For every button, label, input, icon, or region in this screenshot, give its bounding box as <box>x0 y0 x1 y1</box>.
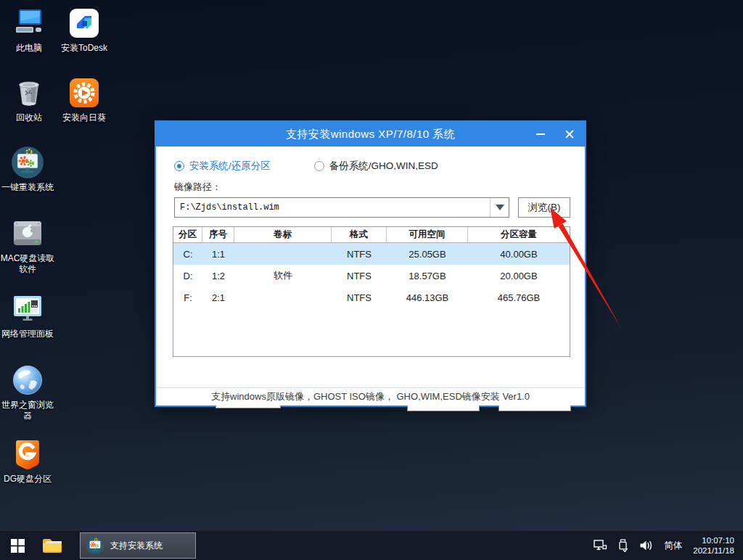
desktop-icon-mac-disk[interactable]: MAC硬盘读取软件 <box>0 216 55 275</box>
folder-icon <box>42 538 62 554</box>
clock-date: 2021/11/18 <box>693 545 734 556</box>
usb-icon[interactable] <box>618 539 628 552</box>
cell-partition: D: <box>173 265 202 287</box>
sunlogin-icon <box>67 75 102 110</box>
network-icon[interactable] <box>594 540 607 551</box>
desktop-icon-label: MAC硬盘读取软件 <box>0 253 55 275</box>
radio-label: 备份系统/GHO,WIN,ESD <box>329 160 438 173</box>
desktop-icon-label: 回收站 <box>16 112 42 123</box>
column-header[interactable]: 分区容量 <box>468 227 570 242</box>
clock-time: 10:07:10 <box>693 535 734 545</box>
taskbar-item-label: 支持安装系统 <box>110 540 163 552</box>
dialog-title: 支持安装windows XP/7/8/10 系统 <box>286 128 456 141</box>
cell-volume: 软件 <box>234 265 332 287</box>
table-row-c[interactable]: C: 1:1 NTFS 25.05GB 40.00GB <box>173 243 570 265</box>
network-panel-icon <box>10 292 45 326</box>
column-header[interactable]: 格式 <box>332 227 387 242</box>
close-icon <box>565 130 574 139</box>
table-header-row: 分区 序号 卷标 格式 可用空间 分区容量 <box>173 227 570 243</box>
image-path-label: 镜像路径： <box>174 181 221 194</box>
image-path-value: F:\Zjds\install.wim <box>175 202 490 213</box>
cell-capacity: 465.76GB <box>468 287 570 308</box>
column-header[interactable]: 序号 <box>202 227 234 242</box>
minimize-button[interactable] <box>531 125 550 144</box>
partition-table: 分区 序号 卷标 格式 可用空间 分区容量 C: 1:1 NTFS 25.05G… <box>173 226 570 357</box>
taskbar: 支持安装系统 <box>0 531 743 560</box>
taskbar-clock[interactable]: 10:07:10 2021/11/18 <box>693 535 734 556</box>
system-tray: 简体 10:07:10 2021/11/18 <box>594 535 743 556</box>
reinstall-system-icon <box>10 145 45 180</box>
cell-format: NTFS <box>332 265 387 287</box>
file-explorer-button[interactable] <box>35 531 68 560</box>
desktop-icon-todesk[interactable]: 安装ToDesk <box>57 6 112 54</box>
world-browser-icon <box>10 363 45 398</box>
desktop-icon-this-pc[interactable]: 此电脑 <box>1 6 57 54</box>
cell-index: 2:1 <box>202 287 234 308</box>
cell-format: NTFS <box>332 287 387 308</box>
minimize-icon <box>536 133 545 135</box>
cell-free-space: 446.13GB <box>387 287 468 308</box>
column-header[interactable]: 卷标 <box>234 227 332 242</box>
radio-label: 安装系统/还原分区 <box>189 160 271 173</box>
mac-disk-icon <box>10 216 45 251</box>
desktop-icon-diskgenius[interactable]: DG硬盘分区 <box>0 437 55 485</box>
table-row-d[interactable]: D: 1:2 软件 NTFS 18.57GB 20.00GB <box>173 265 570 287</box>
radio-unselected-icon <box>314 161 324 171</box>
dialog-body: 安装系统/还原分区 备份系统/GHO,WIN,ESD 镜像路径： F:\Zjds… <box>156 147 585 405</box>
todesk-icon <box>67 6 102 41</box>
cell-volume <box>234 243 332 265</box>
installer-app-icon <box>86 536 104 555</box>
combobox-dropdown-button[interactable] <box>490 198 509 217</box>
radio-backup-system[interactable]: 备份系统/GHO,WIN,ESD <box>314 160 438 173</box>
diskgenius-icon <box>10 437 45 472</box>
installer-dialog: 支持安装windows XP/7/8/10 系统 安装系统/还原分区 备份系统/… <box>155 120 586 407</box>
desktop-icon-recycle-bin[interactable]: 回收站 <box>1 75 57 123</box>
volume-icon[interactable] <box>639 540 653 551</box>
cell-free-space: 18.57GB <box>387 265 468 287</box>
desktop-icon-sunlogin[interactable]: 安装向日葵 <box>57 75 112 123</box>
desktop-icon-reinstall-system[interactable]: 一键重装系统 <box>0 145 55 193</box>
desktop-icon-label: 一键重装系统 <box>1 182 54 193</box>
dialog-status-bar: 支持windows原版镜像，GHOST ISO镜像， GHO,WIM,ESD镜像… <box>156 387 585 405</box>
cell-index: 1:2 <box>202 265 234 287</box>
dialog-titlebar[interactable]: 支持安装windows XP/7/8/10 系统 <box>156 122 585 147</box>
recycle-bin-icon <box>12 75 46 110</box>
table-row-f[interactable]: F: 2:1 NTFS 446.13GB 465.76GB <box>173 287 570 308</box>
desktop-icon-label: 安装ToDesk <box>61 43 107 54</box>
desktop-icon-label: 安装向日葵 <box>62 112 106 123</box>
cell-capacity: 20.00GB <box>468 265 570 287</box>
image-path-combobox[interactable]: F:\Zjds\install.wim <box>174 197 509 218</box>
radio-selected-icon <box>174 161 184 171</box>
desktop-icon-label: 世界之窗浏览器 <box>0 400 55 421</box>
cell-partition: F: <box>173 287 202 308</box>
cell-capacity: 40.00GB <box>468 243 570 265</box>
cell-volume <box>234 287 332 308</box>
desktop-icon-world-browser[interactable]: 世界之窗浏览器 <box>0 363 55 421</box>
column-header[interactable]: 分区 <box>173 227 202 242</box>
desktop-icon-label: 此电脑 <box>16 43 42 54</box>
desktop: 此电脑 安装ToDesk 回收站 <box>0 0 743 560</box>
cell-format: NTFS <box>332 243 387 265</box>
cell-free-space: 25.05GB <box>387 243 468 265</box>
radio-install-system[interactable]: 安装系统/还原分区 <box>174 160 271 173</box>
desktop-icon-label: 网络管理面板 <box>1 329 54 339</box>
start-button[interactable] <box>0 531 35 560</box>
desktop-icon-label: DG硬盘分区 <box>4 474 52 485</box>
chevron-down-icon <box>496 205 504 210</box>
cell-partition: C: <box>173 243 202 265</box>
close-window-button[interactable] <box>560 125 579 144</box>
windows-logo-icon <box>11 539 25 553</box>
column-header[interactable]: 可用空间 <box>387 227 468 242</box>
browse-button[interactable]: 浏览(B) <box>518 197 570 218</box>
this-pc-icon <box>12 6 46 41</box>
taskbar-item-installer[interactable]: 支持安装系统 <box>80 532 196 559</box>
cell-index: 1:1 <box>202 243 234 265</box>
desktop-icon-network-panel[interactable]: 网络管理面板 <box>0 292 55 339</box>
input-method-indicator[interactable]: 简体 <box>664 540 682 552</box>
